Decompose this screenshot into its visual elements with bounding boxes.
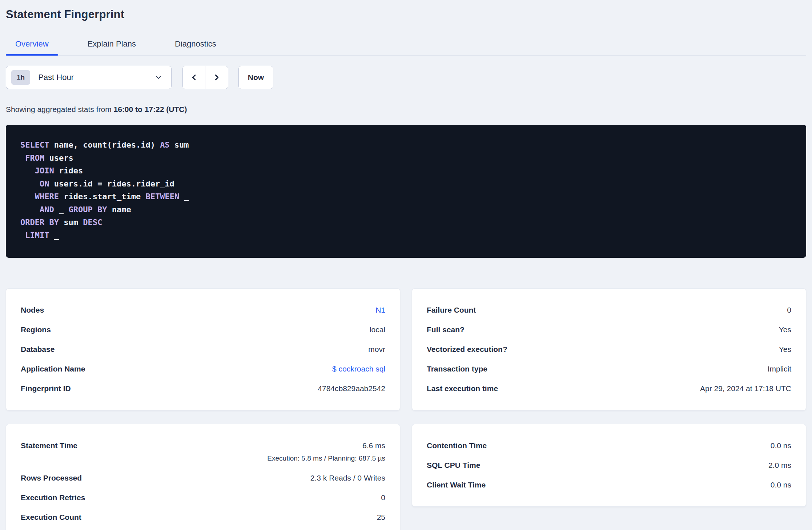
sql-text: rides: [54, 166, 83, 175]
row-value-group: 6.6 msExecution: 5.8 ms / Planning: 687.…: [267, 441, 385, 463]
card-row: Failure Count0: [427, 305, 791, 315]
row-label: Nodes: [21, 305, 44, 315]
row-value-group: 0.0 ns: [771, 480, 791, 490]
tab-bar: OverviewExplain PlansDiagnostics: [6, 34, 806, 56]
execution-attributes-card: Failure Count0Full scan?YesVectorized ex…: [412, 288, 806, 410]
sql-text: [20, 153, 25, 162]
resource-times-card: Contention Time0.0 nsSQL CPU Time2.0 msC…: [412, 424, 806, 507]
sql-line: ORDER BY sum DESC: [20, 216, 792, 229]
sql-keyword: WHERE: [35, 192, 59, 201]
row-label: SQL CPU Time: [427, 461, 480, 470]
row-value: Yes: [779, 325, 791, 334]
row-label: Regions: [21, 325, 51, 334]
sql-line: JOIN rides: [20, 164, 792, 177]
statement-times-card: Statement Time6.6 msExecution: 5.8 ms / …: [6, 424, 400, 530]
card-row: Regionslocal: [21, 325, 385, 334]
next-time-button[interactable]: [205, 66, 228, 89]
row-value-group: Apr 29, 2024 at 17:18 UTC: [700, 384, 791, 393]
card-row: Vectorized execution?Yes: [427, 345, 791, 354]
sql-line: FROM users: [20, 152, 792, 165]
row-label: Rows Processed: [21, 473, 82, 483]
row-label: Execution Count: [21, 513, 81, 522]
row-value: local: [370, 325, 385, 334]
sql-keyword: JOIN: [35, 166, 54, 175]
sql-text: _: [49, 231, 59, 240]
sql-line: WHERE rides.start_time BETWEEN _: [20, 190, 792, 203]
time-range-badge: 1h: [11, 70, 30, 85]
sql-keyword: AND: [40, 205, 54, 214]
row-value-group: Implicit: [768, 364, 791, 374]
sql-line: ON users.id = rides.rider_id: [20, 177, 792, 190]
row-value-group: 0: [787, 305, 791, 315]
sql-keyword: FROM: [25, 153, 44, 162]
card-row: Contention Time0.0 ns: [427, 441, 791, 450]
sql-text: name: [107, 205, 131, 214]
row-label: Statement Time: [21, 441, 77, 450]
stats-line-prefix: Showing aggregated stats from: [6, 105, 114, 113]
card-row: Execution Count25: [21, 513, 385, 522]
time-range-select[interactable]: 1h Past Hour: [6, 66, 172, 89]
sql-statement-box: SELECT name, count(rides.id) AS sum FROM…: [6, 125, 806, 258]
row-value: 2.0 ms: [768, 461, 791, 470]
sql-line: LIMIT _: [20, 229, 792, 242]
sql-text: [20, 205, 40, 214]
aggregated-stats-line: Showing aggregated stats from 16:00 to 1…: [6, 105, 806, 114]
sql-line: SELECT name, count(rides.id) AS sum: [20, 138, 792, 152]
row-value-group: 2.0 ms: [768, 461, 791, 470]
row-value-link[interactable]: N1: [375, 305, 385, 315]
card-row: Application Name$ cockroach sql: [21, 364, 385, 374]
row-value-group: local: [370, 325, 385, 334]
card-row: Client Wait Time0.0 ns: [427, 480, 791, 490]
row-value: Apr 29, 2024 at 17:18 UTC: [700, 384, 791, 393]
row-value-link[interactable]: $ cockroach sql: [332, 364, 385, 374]
tab-overview[interactable]: Overview: [6, 34, 58, 55]
row-value: Implicit: [768, 364, 791, 374]
row-label: Transaction type: [427, 364, 487, 374]
sql-text: [20, 179, 40, 188]
sql-text: _: [179, 192, 189, 201]
row-value-group: N1: [375, 305, 385, 315]
sql-keyword: ON: [40, 179, 49, 188]
sql-keyword: BETWEEN: [145, 192, 179, 201]
row-label: Execution Retries: [21, 493, 85, 502]
sql-keyword: DESC: [83, 218, 102, 227]
row-value-group: 0: [381, 493, 385, 502]
row-value: 0.0 ns: [771, 441, 791, 450]
time-range-label: Past Hour: [38, 73, 154, 82]
tab-explain-plans[interactable]: Explain Plans: [78, 34, 145, 55]
tab-diagnostics[interactable]: Diagnostics: [165, 34, 226, 55]
sql-text: [20, 231, 25, 240]
time-controls: 1h Past Hour Now: [6, 66, 806, 89]
row-value: movr: [368, 345, 385, 354]
now-button[interactable]: Now: [238, 66, 273, 89]
row-label: Database: [21, 345, 55, 354]
sql-keyword: AS: [160, 140, 170, 149]
card-row: Transaction typeImplicit: [427, 364, 791, 374]
row-label: Full scan?: [427, 325, 465, 334]
sql-keyword: LIMIT: [25, 231, 49, 240]
card-row: Databasemovr: [21, 345, 385, 354]
card-row: Full scan?Yes: [427, 325, 791, 334]
row-label: Client Wait Time: [427, 480, 486, 490]
row-label: Fingerprint ID: [21, 384, 71, 393]
row-subvalue: Execution: 5.8 ms / Planning: 687.5 µs: [267, 454, 385, 463]
card-row: Fingerprint ID4784cb829aab2542: [21, 384, 385, 393]
sql-keyword: SELECT: [20, 140, 49, 149]
card-row: NodesN1: [21, 305, 385, 315]
sql-text: rides.start_time: [59, 192, 145, 201]
row-value: 0: [381, 493, 385, 502]
sql-text: users.id = rides.rider_id: [49, 179, 174, 188]
row-value-group: movr: [368, 345, 385, 354]
sql-text: sum: [59, 218, 83, 227]
chevron-down-icon: [154, 73, 162, 81]
row-value: Yes: [779, 345, 791, 354]
row-value: 0.0 ns: [771, 480, 791, 490]
chevron-right-icon: [213, 73, 221, 82]
sql-text: [20, 166, 35, 175]
previous-time-button[interactable]: [183, 66, 205, 89]
row-label: Failure Count: [427, 305, 476, 315]
row-label: Contention Time: [427, 441, 487, 450]
row-value: 25: [377, 513, 385, 522]
card-row: Execution Retries0: [21, 493, 385, 502]
row-label: Vectorized execution?: [427, 345, 507, 354]
